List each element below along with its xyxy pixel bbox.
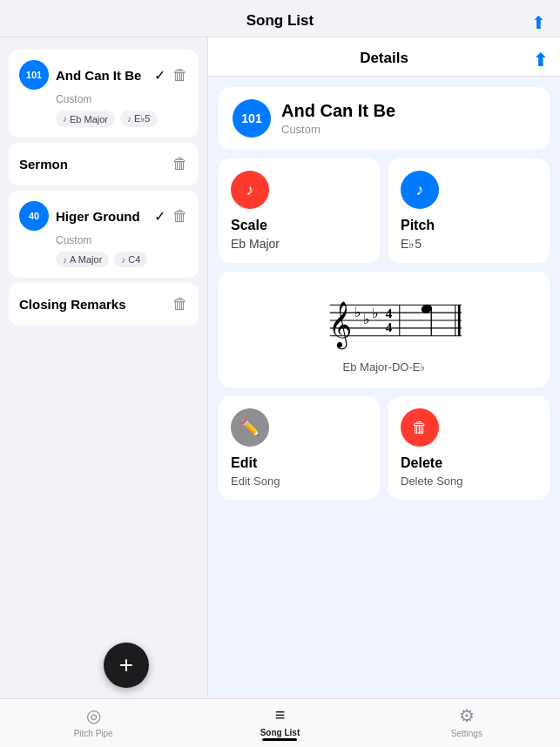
- left-panel: 101 And Can It Be ✓ 🗑 Custom ♪ Eb Major …: [0, 37, 207, 697]
- tab-active-indicator: [262, 738, 297, 741]
- music-note-icon: ♪: [63, 114, 67, 124]
- details-header: Details ⬆: [208, 37, 560, 77]
- scale-value: Eb Major: [231, 237, 368, 251]
- scale-icon: ♪: [231, 171, 269, 209]
- song-detail-info: And Can It Be Custom: [281, 101, 395, 136]
- song-title-2: Higer Ground: [56, 209, 154, 224]
- staff-svg: 𝄞 ♭ ♭ ♭ 4 4: [297, 286, 471, 355]
- checkmark-icon-2: ✓: [154, 208, 165, 225]
- song-title-1: And Can It Be: [56, 68, 154, 83]
- staff-card: 𝄞 ♭ ♭ ♭ 4 4 Eb Major-DO-E♭: [219, 272, 550, 387]
- song-tags-1: ♪ Eb Major ♪ E♭5: [56, 111, 188, 127]
- svg-text:♭: ♭: [363, 312, 370, 326]
- song-detail-card: 101 And Can It Be Custom: [219, 87, 550, 150]
- section-closing-title: Closing Remarks: [19, 297, 126, 312]
- svg-text:4: 4: [386, 306, 393, 320]
- tag-scale-1: ♪ Eb Major: [56, 111, 115, 127]
- action-row: ✏️ Edit Edit Song 🗑 Delete Delete Song: [219, 396, 550, 500]
- svg-text:♭: ♭: [372, 306, 379, 320]
- music-note-icon-4: ♪: [121, 255, 125, 265]
- app-header: Song List ⬆: [0, 0, 560, 37]
- scale-label: Scale: [231, 218, 368, 233]
- delete-card[interactable]: 🗑 Delete Delete Song: [388, 396, 550, 500]
- pitch-pipe-icon: ◎: [86, 705, 101, 726]
- delete-song-2-button[interactable]: 🗑: [172, 207, 188, 225]
- song-number-badge-1: 101: [19, 60, 49, 90]
- song-list-icon: ≡: [275, 705, 286, 725]
- checkmark-icon-1: ✓: [154, 67, 165, 84]
- section-closing: Closing Remarks 🗑: [9, 283, 199, 326]
- tag-pitch-2: ♪ C4: [114, 252, 147, 267]
- delete-song-1-button[interactable]: 🗑: [172, 66, 188, 84]
- scale-pitch-row: ♪ Scale Eb Major ♪ Pitch E♭5: [219, 158, 550, 263]
- details-share-icon[interactable]: ⬆: [533, 50, 548, 71]
- staff-label: Eb Major-DO-E♭: [343, 360, 426, 374]
- edit-card[interactable]: ✏️ Edit Edit Song: [219, 396, 380, 500]
- tab-pitch-pipe-label: Pitch Pipe: [74, 729, 113, 738]
- tab-settings-label: Settings: [451, 729, 482, 738]
- delete-label: Delete: [401, 455, 537, 471]
- song-detail-subtitle: Custom: [281, 123, 395, 136]
- tab-settings[interactable]: ⚙ Settings: [374, 705, 560, 742]
- delete-action-icon: 🗑: [401, 408, 439, 447]
- song-card-1[interactable]: 101 And Can It Be ✓ 🗑 Custom ♪ Eb Major …: [9, 50, 199, 138]
- song-tags-2: ♪ A Major ♪ C4: [56, 252, 188, 267]
- pitch-card[interactable]: ♪ Pitch E♭5: [388, 158, 550, 263]
- delete-desc: Delete Song: [401, 474, 537, 488]
- song-detail-badge: 101: [233, 99, 271, 138]
- song-number-badge-2: 40: [19, 201, 49, 231]
- song-subtitle-1: Custom: [56, 93, 188, 105]
- tab-pitch-pipe[interactable]: ◎ Pitch Pipe: [0, 705, 186, 742]
- svg-text:♭: ♭: [354, 305, 361, 320]
- edit-icon: ✏️: [231, 408, 269, 447]
- edit-desc: Edit Song: [231, 474, 368, 488]
- delete-closing-button[interactable]: 🗑: [172, 295, 188, 313]
- app-title: Song List: [246, 12, 314, 29]
- tab-song-list-label: Song List: [260, 728, 300, 737]
- tab-song-list[interactable]: ≡ Song List: [186, 705, 373, 741]
- delete-sermon-button[interactable]: 🗑: [172, 155, 188, 173]
- details-title: Details: [360, 50, 408, 66]
- song-detail-title: And Can It Be: [281, 101, 395, 121]
- pitch-icon: ♪: [401, 171, 439, 209]
- music-note-icon-3: ♪: [63, 255, 67, 265]
- main-layout: 101 And Can It Be ✓ 🗑 Custom ♪ Eb Major …: [0, 37, 560, 697]
- pitch-value: E♭5: [401, 237, 537, 251]
- right-panel: Details ⬆ 101 And Can It Be Custom ♪ Sca…: [207, 37, 560, 697]
- section-sermon: Sermon 🗑: [9, 143, 199, 185]
- svg-text:4: 4: [386, 320, 393, 334]
- tag-scale-2: ♪ A Major: [56, 252, 109, 267]
- song-subtitle-2: Custom: [56, 234, 188, 246]
- song-card-2[interactable]: 40 Higer Ground ✓ 🗑 Custom ♪ A Major ♪ C…: [9, 191, 199, 278]
- scale-card[interactable]: ♪ Scale Eb Major: [219, 158, 380, 263]
- tab-bar: ◎ Pitch Pipe ≡ Song List ⚙ Settings: [0, 698, 560, 747]
- pitch-label: Pitch: [401, 218, 537, 233]
- header-share-icon[interactable]: ⬆: [531, 12, 546, 33]
- edit-label: Edit: [231, 455, 368, 471]
- svg-text:𝄞: 𝄞: [328, 301, 352, 350]
- section-sermon-title: Sermon: [19, 157, 68, 172]
- music-note-icon-2: ♪: [127, 114, 132, 124]
- settings-icon: ⚙: [459, 705, 475, 726]
- add-song-fab[interactable]: +: [104, 643, 149, 688]
- tag-pitch-1: ♪ E♭5: [120, 111, 157, 127]
